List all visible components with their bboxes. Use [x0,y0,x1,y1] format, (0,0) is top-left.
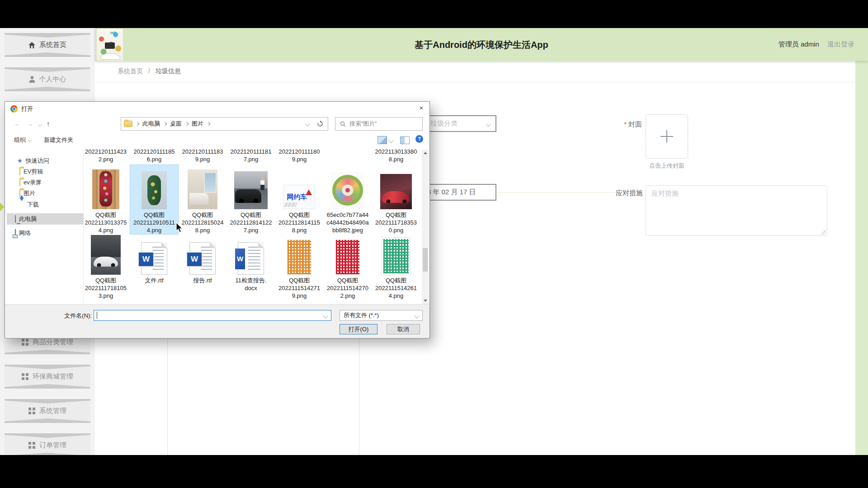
sidebar-item-1[interactable]: 系统首页 [5,33,90,57]
scrollbar-thumb[interactable] [423,248,428,272]
cover-upload-box[interactable] [646,114,688,159]
scroll-up-icon[interactable] [422,150,429,156]
breadcrumb-bar: 系统首页 / 垃圾信息 [95,61,855,82]
file-label-partial[interactable]: 20221201111856.png [130,148,178,163]
search-box[interactable]: 搜索“图片” [335,117,423,131]
file-name-line: QQ截图 [327,277,368,284]
help-button[interactable]: ? [415,135,423,143]
address-segment[interactable]: 图片 [192,120,203,128]
file-name-line: 2022111718353 [375,219,417,226]
thumbnail-whitecar [91,235,121,275]
filename-input[interactable] [97,311,318,320]
nav-item-label: 此电脑 [19,215,37,223]
views-chevron-icon[interactable] [388,138,393,143]
scroll-down-icon[interactable] [422,297,429,304]
file-label-partial[interactable]: 20221201111817.png [227,148,275,163]
measures-textarea[interactable] [646,185,827,236]
logo-book-shape [100,53,120,60]
sidebar-item-6[interactable]: 订单管理 [5,433,90,457]
file-item[interactable]: W文件.rtf [130,231,178,284]
sidebar-item-5[interactable]: 系统管理 [5,399,90,423]
dialog-nav-item[interactable]: EV剪辑 [7,166,84,177]
sidebar-item-label: 商品分类管理 [33,338,73,347]
required-asterisk: * [624,120,627,128]
file-item[interactable]: QQ截图20221128150248.png [179,165,226,234]
logout-link[interactable]: 退出登录 [827,40,854,48]
screen: HO 系统首页个人中心商品分类管理环保商城管理系统管理订单管理 HO 基于And… [0,0,868,488]
file-label-partial[interactable]: 20221130133808.png [372,148,420,163]
file-name: QQ截图20221115142614.png [375,277,417,300]
thumbnail-sign-text: 网约车 [287,193,307,202]
up-icon[interactable]: ↑ [47,120,50,127]
address-bar[interactable]: 此电脑 桌面 图片 [121,117,312,131]
file-item[interactable]: QQ截图20221128141227.png [227,165,275,234]
thumbnail-qr-orange [287,239,311,275]
dialog-titlebar: 打开 [10,105,33,113]
sidebar-item-2[interactable]: 个人中心 [5,67,90,91]
address-segment[interactable]: 此电脑 [142,120,160,128]
filetype-select[interactable]: 所有文件 (*.*) [340,310,423,321]
chevron-down-icon[interactable] [323,313,328,318]
file-thumbnail-zone [82,165,130,209]
thumbnail-sign: 网约车 [283,185,315,209]
garbage-category-placeholder: 垃圾分类 [430,119,458,128]
file-name: 文件.rtf [145,277,163,284]
word-badge-icon: W [138,252,154,267]
garbage-category-select[interactable]: 垃圾分类 [423,115,496,132]
forward-icon[interactable]: → [27,120,33,127]
thumbnail-redcar [380,174,412,209]
resize-handle-icon[interactable] [821,230,826,235]
thumbnail-food [330,172,365,209]
organize-button[interactable]: 组织 [14,136,31,144]
file-item[interactable]: 65ec0c7b77a44c48442b48490abb8f82.jpeg [324,165,372,234]
dialog-nav-item[interactable]: ★快速访问 [7,155,84,166]
dialog-nav-item[interactable]: ev录屏 [7,177,84,188]
file-name-line: 2.png [327,292,368,300]
file-thumbnail-zone: W [130,231,178,275]
address-dropdown-chevron-icon[interactable] [305,121,310,126]
file-item[interactable]: QQ截图20221115142719.png [275,231,323,300]
cancel-button[interactable]: 取消 [387,324,420,334]
file-item[interactable]: QQ截图20221117181053.png [82,231,130,300]
file-item[interactable]: 网约车QQ截图20221128141158.png [275,165,323,234]
breadcrumb-home[interactable]: 系统首页 [118,67,143,75]
file-name-line: 9.png [278,292,320,300]
file-item[interactable]: QQ截图20221115142614.png [372,231,420,300]
file-label-partial[interactable]: 20221201114232.png [82,148,130,163]
measures-label: 应对措施 [606,189,643,197]
scrollbar[interactable] [422,150,429,304]
file-name-line: 2022111718105 [85,284,127,292]
dialog-nav-item[interactable]: 下载 [7,199,84,210]
sidebar-item-label: 系统首页 [39,41,66,49]
file-label-line: 7.png [227,155,275,163]
refresh-button[interactable] [312,117,328,131]
file-item[interactable]: QQ截图20221115142702.png [324,231,372,300]
preview-pane-button[interactable] [400,136,410,144]
file-name-line: QQ截图 [85,277,127,284]
file-name-line: 2022112815024 [181,219,223,226]
back-icon[interactable]: ← [14,120,21,127]
open-button[interactable]: 打开(O) [340,324,377,334]
address-segment[interactable]: 桌面 [170,120,182,128]
file-item[interactable]: W11检查报告.docx [227,231,275,292]
dialog-nav-item[interactable]: 网络 [7,227,84,239]
file-open-dialog: 打开 × ← → ↑ 此电脑 桌面 图片 [5,101,430,338]
recent-locations-chevron-icon[interactable] [38,122,42,127]
file-item[interactable]: QQ截图20221130133754.png [82,165,130,234]
file-label-partial[interactable]: 20221201111809.png [275,148,323,163]
grid-icon [22,339,28,346]
file-item[interactable]: QQ截图20221129105114.png [130,165,178,234]
file-label-line: 2022120111181 [227,148,275,155]
dialog-nav-item[interactable]: 图片 [7,188,84,199]
dialog-nav-item[interactable]: 此电脑 [7,213,84,225]
views-button[interactable] [377,136,387,144]
file-name-line: 65ec0c7b77a44 [326,211,368,219]
file-thumbnail-zone [275,231,323,275]
close-icon[interactable]: × [415,103,427,113]
new-folder-button[interactable]: 新建文件夹 [44,136,73,144]
file-label-partial[interactable]: 20221201111839.png [179,148,226,163]
file-item[interactable]: W报告.rtf [179,231,226,284]
file-item[interactable]: QQ截图20221117183530.png [372,165,420,234]
folder-icon [124,121,132,127]
sidebar-item-4[interactable]: 环保商城管理 [5,365,90,389]
